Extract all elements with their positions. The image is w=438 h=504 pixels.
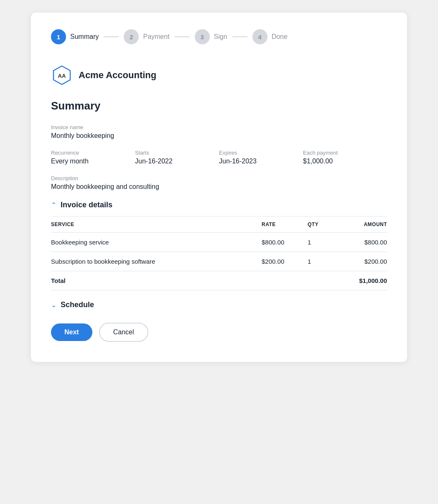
row-2-amount: $200.00	[341, 258, 387, 265]
total-amount: $1,000.00	[341, 277, 387, 284]
svg-text:AA: AA	[58, 73, 66, 79]
next-button[interactable]: Next	[51, 323, 92, 341]
step-3-circle: 3	[195, 29, 210, 44]
step-4-label: Done	[272, 33, 288, 41]
schedule-header: ⌄ Schedule	[51, 300, 387, 309]
step-3-label: Sign	[214, 33, 227, 41]
stepper: 1 Summary 2 Payment 3 Sign 4	[51, 29, 387, 44]
row-2-rate: $200.00	[262, 258, 308, 265]
invoice-details-title: Invoice details	[61, 201, 112, 209]
total-label: Total	[51, 277, 262, 284]
main-card: 1 Summary 2 Payment 3 Sign 4	[31, 13, 407, 362]
invoice-details-header: ⌃ Invoice details	[51, 201, 387, 209]
logo-hexagon-icon: AA	[51, 64, 73, 86]
starts-value: Jun-16-2022	[135, 158, 219, 165]
fields-row-recurrence: Recurrence Every month Starts Jun-16-202…	[51, 150, 387, 165]
step-2: 2 Payment	[124, 29, 169, 44]
table-row: Subscription to bookkeeping software $20…	[51, 252, 387, 271]
invoice-table: SERVICE RATE QTY AMOUNT Bookkeeping serv…	[51, 216, 387, 290]
recurrence-label: Recurrence	[51, 150, 135, 156]
description-value: Monthly bookkeeping and consulting	[51, 183, 387, 191]
each-payment-group: Each payment $1,000.00	[303, 150, 387, 165]
page-wrapper: 1 Summary 2 Payment 3 Sign 4	[0, 0, 438, 504]
col-header-qty: QTY	[308, 221, 341, 227]
invoice-name-value: Monthly bookkeeping	[51, 132, 387, 140]
col-header-amount: AMOUNT	[341, 221, 387, 227]
expires-group: Expires Jun-16-2023	[219, 150, 303, 165]
step-2-label: Payment	[143, 33, 169, 41]
row-1-rate: $800.00	[262, 239, 308, 246]
company-name: Acme Accounting	[79, 70, 156, 81]
col-header-rate: RATE	[262, 221, 308, 227]
chevron-up-icon[interactable]: ⌃	[51, 201, 56, 209]
row-1-service: Bookkeeping service	[51, 239, 262, 246]
table-header-row: SERVICE RATE QTY AMOUNT	[51, 216, 387, 233]
step-1-label: Summary	[70, 33, 99, 41]
chevron-down-icon[interactable]: ⌄	[51, 301, 56, 309]
recurrence-group: Recurrence Every month	[51, 150, 135, 165]
step-2-circle: 2	[124, 29, 139, 44]
schedule-title: Schedule	[61, 300, 94, 309]
table-row: Bookkeeping service $800.00 1 $800.00	[51, 233, 387, 252]
each-payment-label: Each payment	[303, 150, 387, 156]
expires-label: Expires	[219, 150, 303, 156]
step-connector-3	[232, 36, 247, 37]
row-2-qty: 1	[308, 258, 341, 265]
logo-area: AA Acme Accounting	[51, 64, 387, 86]
col-header-service: SERVICE	[51, 221, 262, 227]
expires-value: Jun-16-2023	[219, 158, 303, 165]
starts-group: Starts Jun-16-2022	[135, 150, 219, 165]
description-group: Description Monthly bookkeeping and cons…	[51, 175, 387, 191]
invoice-name-group: Invoice name Monthly bookkeeping	[51, 124, 387, 140]
each-payment-value: $1,000.00	[303, 158, 387, 165]
step-1-circle: 1	[51, 29, 66, 44]
invoice-name-label: Invoice name	[51, 124, 387, 130]
step-3: 3 Sign	[195, 29, 227, 44]
row-2-service: Subscription to bookkeeping software	[51, 258, 262, 265]
buttons-row: Next Cancel	[51, 323, 387, 342]
row-1-amount: $800.00	[341, 239, 387, 246]
table-total-row: Total $1,000.00	[51, 271, 387, 290]
cancel-button[interactable]: Cancel	[99, 323, 148, 342]
step-4: 4 Done	[252, 29, 288, 44]
starts-label: Starts	[135, 150, 219, 156]
row-1-qty: 1	[308, 239, 341, 246]
step-4-circle: 4	[252, 29, 267, 44]
step-connector-1	[104, 36, 119, 37]
summary-title: Summary	[51, 99, 387, 112]
description-label: Description	[51, 175, 387, 181]
step-connector-2	[175, 36, 190, 37]
step-1: 1 Summary	[51, 29, 99, 44]
recurrence-value: Every month	[51, 158, 135, 165]
